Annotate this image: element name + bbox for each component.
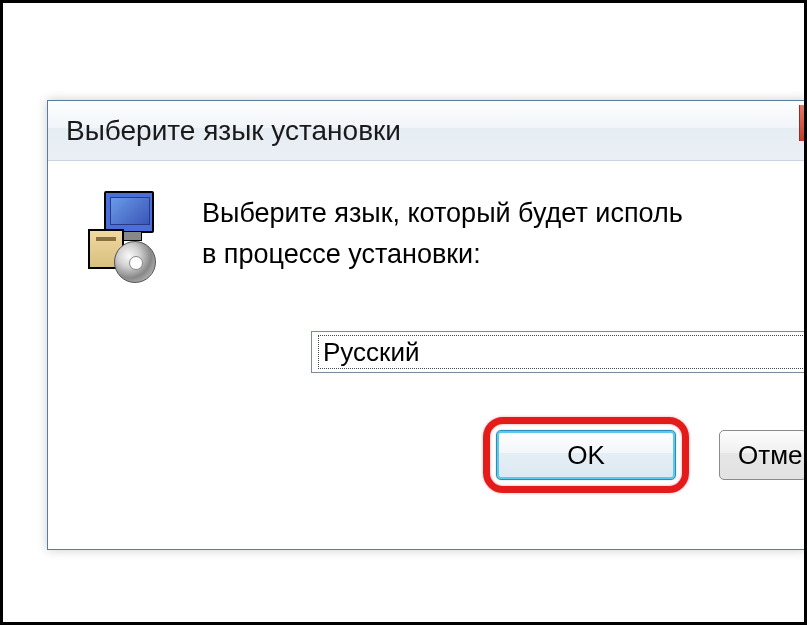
installer-icon [88, 191, 166, 281]
dialog-title: Выберите язык установки [66, 115, 799, 147]
cancel-button[interactable]: Отме [719, 430, 807, 480]
message-line-2: в процессе установки: [202, 239, 481, 269]
language-select-dialog: Выберите язык установки Выберите язык, к… [47, 100, 807, 550]
dialog-message: Выберите язык, который будет исполь в пр… [202, 191, 683, 281]
close-icon[interactable] [799, 105, 807, 141]
dialog-body: Выберите язык, который будет исполь в пр… [48, 161, 807, 281]
titlebar[interactable]: Выберите язык установки [48, 101, 807, 161]
message-line-1: Выберите язык, который будет исполь [202, 198, 683, 228]
dialog-buttons: OK Отме [483, 417, 807, 493]
language-selected-value: Русский [318, 335, 807, 369]
language-dropdown[interactable]: Русский [311, 331, 807, 373]
ok-button[interactable]: OK [496, 430, 676, 480]
ok-highlight-annotation: OK [483, 417, 689, 493]
